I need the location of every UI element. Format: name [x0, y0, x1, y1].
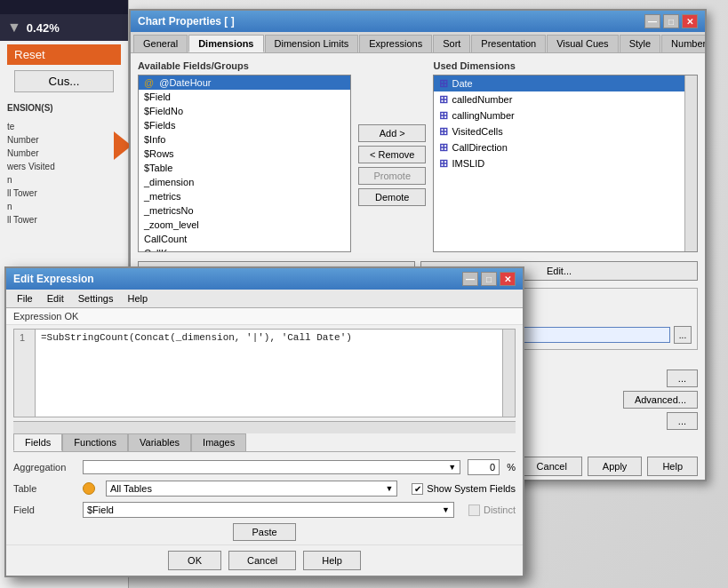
maximize-button[interactable]: □ [663, 14, 679, 28]
percent-value: 0.42% [27, 21, 60, 35]
inner-tab-variables[interactable]: Variables [128, 433, 191, 451]
used-dimensions-label: Used Dimensions [433, 60, 698, 71]
list-item[interactable]: $FieldNo [139, 104, 350, 118]
menu-settings[interactable]: Settings [71, 291, 121, 306]
sidebar-percent-row: ▼ 0.42% [0, 14, 128, 41]
remove-button[interactable]: < Remove [358, 146, 426, 163]
edit-cancel-button[interactable]: Cancel [228, 551, 296, 570]
help-button[interactable]: Help [647, 457, 698, 476]
inner-tab-images[interactable]: Images [191, 433, 246, 451]
aggregation-dropdown-arrow: ▼ [448, 463, 456, 472]
tab-dimension-limits[interactable]: Dimension Limits [265, 35, 359, 52]
show-system-fields-checkbox[interactable]: ✔ [412, 483, 423, 495]
edit-menubar: File Edit Settings Help [6, 290, 523, 308]
list-item[interactable]: ⊞ Date [434, 75, 697, 91]
table-label: Table [13, 483, 76, 494]
list-item[interactable]: _zoom_level [139, 218, 350, 232]
tab-style[interactable]: Style [620, 35, 660, 52]
expression-text[interactable]: =SubStringCount(Concat(_dimension, '|'),… [36, 330, 502, 417]
field-row: Field $Field ▼ Distinct [13, 502, 516, 518]
edit-expression-titlebar: Edit Expression — □ ✕ [6, 268, 523, 290]
edit-minimize-button[interactable]: — [462, 272, 478, 286]
close-button[interactable]: ✕ [682, 14, 698, 28]
menu-help[interactable]: Help [120, 291, 155, 306]
apply-button[interactable]: Apply [588, 457, 643, 476]
list-item[interactable]: CallKey [139, 246, 350, 252]
aggregation-select[interactable]: ▼ [83, 460, 460, 474]
distinct-checkbox[interactable] [468, 505, 480, 516]
tab-sort[interactable]: Sort [433, 35, 470, 52]
list-item[interactable]: _metricsNo [139, 203, 350, 218]
editor-scrollbar[interactable] [502, 330, 515, 417]
tab-general[interactable]: General [133, 35, 188, 52]
field-select[interactable]: $Field ▼ [83, 502, 454, 518]
paste-button[interactable]: Paste [233, 523, 295, 541]
minimize-button[interactable]: — [644, 14, 660, 28]
expression-editor-area[interactable]: 1 =SubStringCount(Concat(_dimension, '|'… [13, 329, 516, 417]
list-item[interactable]: $Fields [139, 118, 350, 132]
dialog-titlebar: Chart Properties [ ] — □ ✕ [131, 11, 705, 32]
list-item[interactable]: $Field [139, 90, 350, 104]
tab-number[interactable]: Number [661, 35, 705, 52]
list-item: Number [7, 133, 121, 147]
list-item[interactable]: $Rows [139, 147, 350, 161]
demote-button[interactable]: Demote [358, 188, 426, 206]
add-button[interactable]: Add > [358, 124, 426, 142]
edit-bottom-buttons: OK Cancel Help [6, 544, 523, 576]
list-item[interactable]: ⊞ calledNumber [434, 91, 697, 107]
used-dimensions-panel: Used Dimensions ⊞ Date ⊞ calledNumber ⊞ … [433, 60, 698, 252]
promote-button[interactable]: Promote [358, 167, 426, 185]
custom-button[interactable]: Cus... [14, 70, 114, 92]
main-content-area: Available Fields/Groups @ @DateHour $Fie… [131, 53, 705, 259]
extra-browse-btn[interactable]: ... [667, 412, 698, 430]
tab-dimensions[interactable]: Dimensions [188, 35, 263, 52]
reset-button[interactable]: Reset [7, 44, 121, 65]
inner-tab-fields[interactable]: Fields [13, 433, 62, 451]
list-item: te [7, 120, 121, 133]
expand-icon: ⊞ [439, 125, 448, 138]
horizontal-scrollbar[interactable] [13, 421, 516, 433]
advanced-button[interactable]: Advanced... [623, 391, 698, 409]
used-dimensions-listbox[interactable]: ⊞ Date ⊞ calledNumber ⊞ callingNumber ⊞ … [433, 75, 698, 252]
field-label: Field [13, 505, 76, 515]
ok-button[interactable]: OK [168, 551, 221, 570]
list-item[interactable]: _metrics [139, 189, 350, 203]
available-fields-listbox[interactable]: @ @DateHour $Field $FieldNo $Fields $Inf… [138, 75, 351, 252]
available-fields-label: Available Fields/Groups [138, 60, 351, 71]
tab-expressions[interactable]: Expressions [359, 35, 432, 52]
table-select[interactable]: All Tables ▼ [106, 481, 397, 497]
titlebar-controls: — □ ✕ [644, 14, 698, 28]
edit-help-button[interactable]: Help [303, 551, 361, 570]
line-number: 1 [14, 330, 36, 417]
aggregation-row: Aggregation ▼ % [13, 459, 516, 475]
advanced-browse-btn[interactable]: ... [667, 369, 698, 387]
scrollbar[interactable] [684, 75, 697, 251]
list-item[interactable]: _dimension [139, 175, 350, 189]
list-item: ll Tower [7, 213, 121, 226]
edit-close-button[interactable]: ✕ [500, 272, 516, 286]
sidebar-header [0, 0, 128, 14]
list-item: ll Tower [7, 187, 121, 200]
list-item[interactable]: ⊞ callingNumber [434, 107, 697, 123]
tab-visual-cues[interactable]: Visual Cues [547, 35, 619, 52]
tab-presentation[interactable]: Presentation [471, 35, 546, 52]
sidebar-items-list: te Number Number wers Visited n ll Tower… [0, 118, 128, 228]
percent-input[interactable] [468, 459, 500, 475]
list-item[interactable]: $Table [139, 161, 350, 175]
expression-browse-button[interactable]: ... [674, 326, 692, 344]
edit-expression-title: Edit Expression [13, 273, 94, 285]
edit-maximize-button[interactable]: □ [481, 272, 497, 286]
list-item[interactable]: @ @DateHour [139, 75, 350, 90]
list-item[interactable]: CallCount [139, 232, 350, 246]
cancel-button[interactable]: Cancel [522, 457, 582, 476]
menu-file[interactable]: File [10, 291, 40, 306]
down-arrow-icon: ▼ [7, 20, 21, 36]
dialog-title: Chart Properties [ ] [138, 15, 235, 28]
inner-tab-functions[interactable]: Functions [62, 433, 128, 451]
list-item[interactable]: ⊞ VisitedCells [434, 123, 697, 139]
list-item[interactable]: ⊞ IMSLID [434, 155, 697, 171]
list-item[interactable]: $Info [139, 132, 350, 147]
menu-edit[interactable]: Edit [40, 291, 71, 306]
expand-icon: ⊞ [439, 93, 448, 106]
list-item[interactable]: ⊞ CallDirection [434, 139, 697, 155]
